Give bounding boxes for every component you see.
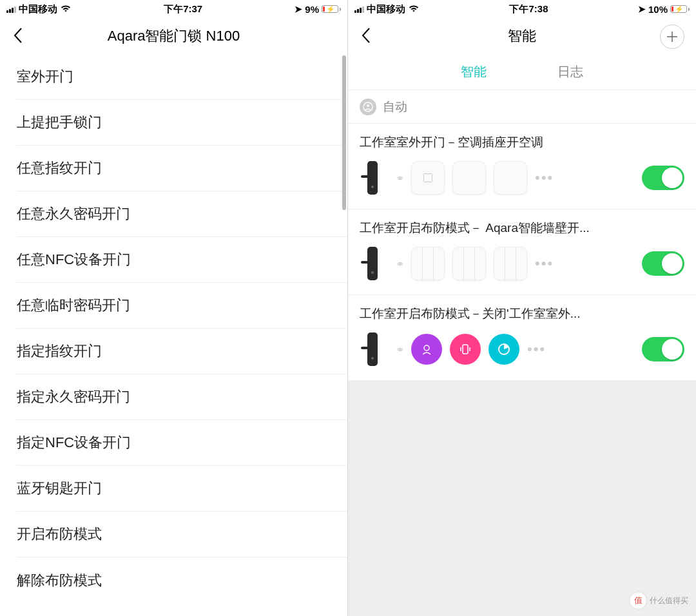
list-item[interactable]: 解除布防模式 xyxy=(17,557,347,603)
add-button[interactable] xyxy=(660,24,684,49)
link-icon: ⚭ xyxy=(396,258,403,270)
signal-icon xyxy=(354,5,364,13)
wallswitch3-icon xyxy=(452,247,486,280)
automation-item[interactable]: 工作室室外开门－空调插座开空调 ⚭ ••• xyxy=(348,124,696,209)
svg-rect-8 xyxy=(361,261,369,264)
scrollbar[interactable] xyxy=(342,55,346,616)
doorlock-icon xyxy=(360,330,388,369)
status-bar-right: 中国移动 下午7:38 ➤ 10% ⚡ xyxy=(348,0,696,18)
list-item[interactable]: 开启布防模式 xyxy=(17,512,347,557)
scene-icon xyxy=(450,334,481,365)
svg-rect-7 xyxy=(367,247,378,280)
scrollbar-thumb[interactable] xyxy=(342,55,346,210)
automation-title: 工作室开启布防模式－关闭'工作室室外... xyxy=(360,305,684,322)
svg-point-6 xyxy=(371,186,374,188)
automation-title: 工作室室外开门－空调插座开空调 xyxy=(360,134,684,151)
svg-rect-10 xyxy=(367,332,378,366)
battery-icon: ⚡ xyxy=(322,5,341,13)
list-item[interactable]: 任意永久密码开门 xyxy=(17,191,347,237)
automation-item[interactable]: 工作室开启布防模式－关闭'工作室室外... ⚭ ••• xyxy=(348,295,696,381)
more-icon: ••• xyxy=(527,341,546,358)
list-item[interactable]: 室外开门 xyxy=(17,54,347,100)
section-label: 自动 xyxy=(383,99,407,115)
svg-rect-5 xyxy=(361,175,369,178)
wallswitch3-icon xyxy=(494,247,527,280)
scene-icon xyxy=(488,334,519,365)
battery-pct: 9% xyxy=(305,4,319,15)
location-icon: ➤ xyxy=(295,4,302,14)
status-time: 下午7:38 xyxy=(509,3,548,15)
more-icon: ••• xyxy=(535,255,554,272)
back-button[interactable] xyxy=(361,27,379,45)
watermark-text: 什么值得买 xyxy=(650,595,688,606)
tab-log[interactable]: 日志 xyxy=(557,63,583,81)
tabs: 智能 日志 xyxy=(348,54,696,90)
nav-bar-left: Aqara智能门锁 N100 xyxy=(0,18,347,54)
svg-rect-11 xyxy=(361,347,369,349)
back-button[interactable] xyxy=(13,27,31,45)
svg-point-3 xyxy=(367,104,369,107)
automation-toggle[interactable] xyxy=(642,251,684,276)
tab-smart[interactable]: 智能 xyxy=(461,63,487,81)
left-pane: 中国移动 下午7:37 ➤ 9% ⚡ Aqara智能门锁 N100 室外开门 上… xyxy=(0,0,348,616)
list-item[interactable]: 指定指纹开门 xyxy=(17,329,347,374)
wifi-icon xyxy=(60,4,72,15)
svg-point-13 xyxy=(424,345,429,351)
doorlock-icon xyxy=(360,159,388,197)
list-item[interactable]: 任意指纹开门 xyxy=(17,146,347,191)
page-title: 智能 xyxy=(508,26,536,46)
status-bar-left: 中国移动 下午7:37 ➤ 9% ⚡ xyxy=(0,0,347,18)
automation-item[interactable]: 工作室开启布防模式－ Aqara智能墙壁开... ⚭ ••• xyxy=(348,209,696,295)
list-item[interactable]: 任意NFC设备开门 xyxy=(17,237,347,283)
signal-icon xyxy=(6,5,16,13)
list-item[interactable]: 指定永久密码开门 xyxy=(17,374,347,420)
empty-area xyxy=(348,381,696,616)
list-item[interactable]: 上提把手锁门 xyxy=(17,100,347,146)
status-time: 下午7:37 xyxy=(164,3,202,15)
automation-toggle[interactable] xyxy=(642,337,684,361)
svg-rect-14 xyxy=(463,345,468,354)
link-icon: ⚭ xyxy=(396,343,403,356)
automation-title: 工作室开启布防模式－ Aqara智能墙壁开... xyxy=(360,220,684,236)
list-item[interactable]: 指定NFC设备开门 xyxy=(17,420,347,466)
automation-toggle[interactable] xyxy=(642,166,684,190)
more-icon: ••• xyxy=(535,169,554,186)
list-item[interactable]: 任意临时密码开门 xyxy=(17,283,347,329)
battery-icon: ⚡ xyxy=(670,5,690,13)
trigger-list: 室外开门 上提把手锁门 任意指纹开门 任意永久密码开门 任意NFC设备开门 任意… xyxy=(0,54,347,616)
svg-point-12 xyxy=(371,357,374,360)
svg-point-9 xyxy=(371,271,374,274)
outlet-icon xyxy=(411,161,445,195)
carrier-label: 中国移动 xyxy=(367,3,405,15)
list-item[interactable]: 蓝牙钥匙开门 xyxy=(17,466,347,512)
page-title: Aqara智能门锁 N100 xyxy=(108,26,240,46)
svg-rect-4 xyxy=(367,161,378,195)
section-auto: 自动 xyxy=(348,90,696,124)
battery-pct: 10% xyxy=(648,4,668,15)
nav-bar-right: 智能 xyxy=(348,18,696,54)
location-icon: ➤ xyxy=(638,4,646,14)
watermark: 值 什么值得买 xyxy=(629,592,688,610)
right-pane: 中国移动 下午7:38 ➤ 10% ⚡ 智能 智能 日志 xyxy=(348,0,696,616)
scene-icon xyxy=(411,334,442,365)
wallswitch-icon xyxy=(452,161,486,195)
carrier-label: 中国移动 xyxy=(19,3,57,15)
doorlock-icon xyxy=(360,244,388,283)
auto-icon xyxy=(360,99,376,115)
wallswitch3-icon xyxy=(411,247,445,280)
watermark-badge: 值 xyxy=(629,592,647,610)
link-icon: ⚭ xyxy=(396,172,403,184)
wifi-icon xyxy=(408,4,420,15)
wallswitch-icon xyxy=(494,161,527,195)
